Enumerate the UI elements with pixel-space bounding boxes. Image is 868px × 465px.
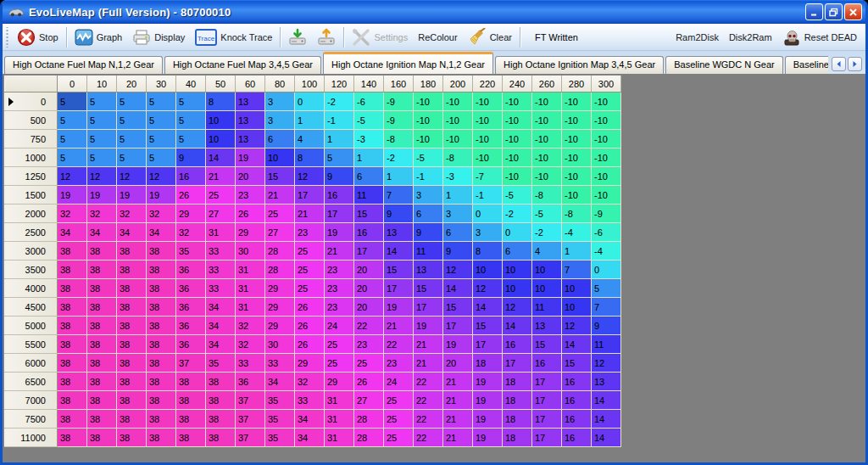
- grid-row-header[interactable]: 1250: [5, 167, 58, 186]
- grid-cell[interactable]: 12: [503, 298, 532, 317]
- grid-cell[interactable]: 33: [236, 354, 265, 373]
- grid-cell[interactable]: 38: [206, 391, 236, 410]
- grid-cell[interactable]: 29: [265, 298, 295, 317]
- grid-cell[interactable]: 32: [147, 204, 176, 223]
- grid-cell[interactable]: -2: [503, 204, 532, 223]
- grid-cell[interactable]: 11: [414, 242, 443, 261]
- grid-cell[interactable]: 31: [325, 410, 354, 429]
- grid-cell[interactable]: 23: [236, 186, 265, 204]
- grid-cell[interactable]: 17: [414, 298, 443, 317]
- grid-col-header[interactable]: 180: [414, 76, 443, 92]
- grid-cell[interactable]: 38: [87, 373, 117, 391]
- grid-cell[interactable]: 38: [147, 391, 176, 410]
- grid-cell[interactable]: 13: [236, 92, 265, 111]
- grid-cell[interactable]: 27: [265, 223, 295, 242]
- grid-cell[interactable]: 38: [147, 317, 176, 335]
- grid-row-header[interactable]: 1000: [5, 148, 58, 167]
- grid-cell[interactable]: 16: [176, 167, 206, 186]
- grid-row-header[interactable]: 2000: [5, 204, 58, 223]
- grid-cell[interactable]: 13: [384, 223, 414, 242]
- grid-cell[interactable]: 33: [206, 261, 236, 279]
- grid-row-header[interactable]: 6500: [5, 373, 58, 391]
- knock-trace-button[interactable]: Trace Knock Trace: [190, 25, 277, 49]
- grid-cell[interactable]: 14: [592, 391, 621, 410]
- maximize-button[interactable]: [825, 3, 843, 20]
- grid-cell[interactable]: -8: [384, 130, 414, 148]
- grid-cell[interactable]: 13: [236, 130, 265, 148]
- tab-0[interactable]: High Octane Fuel Map N,1,2 Gear: [4, 56, 163, 74]
- grid-cell[interactable]: 38: [87, 242, 117, 261]
- grid-row-header[interactable]: 6000: [5, 354, 58, 373]
- grid-cell[interactable]: 16: [325, 186, 354, 204]
- grid-cell[interactable]: 36: [236, 373, 265, 391]
- grid-cell[interactable]: 22: [384, 335, 414, 354]
- grid-cell[interactable]: 38: [206, 410, 236, 429]
- grid-cell[interactable]: 38: [87, 335, 117, 354]
- grid-cell[interactable]: 37: [236, 410, 265, 429]
- grid-cell[interactable]: 25: [384, 391, 414, 410]
- grid-cell[interactable]: 5: [176, 92, 206, 111]
- grid-cell[interactable]: 5: [147, 148, 176, 167]
- grid-cell[interactable]: 19: [414, 317, 443, 335]
- grid-cell[interactable]: 34: [295, 410, 325, 429]
- grid-cell[interactable]: 16: [562, 373, 592, 391]
- grid-cell[interactable]: 9: [325, 167, 354, 186]
- grid-cell[interactable]: 38: [147, 261, 176, 279]
- grid-cell[interactable]: 1: [562, 242, 592, 261]
- grid-cell[interactable]: 25: [384, 410, 414, 429]
- grid-cell[interactable]: 36: [176, 261, 206, 279]
- grid-cell[interactable]: 5: [176, 130, 206, 148]
- grid-cell[interactable]: -5: [414, 148, 443, 167]
- grid-cell[interactable]: 25: [265, 204, 295, 223]
- grid-cell[interactable]: 5: [87, 130, 117, 148]
- grid-cell[interactable]: 16: [503, 335, 532, 354]
- grid-cell[interactable]: 38: [117, 242, 147, 261]
- grid-cell[interactable]: 11: [592, 335, 621, 354]
- grid-cell[interactable]: 16: [562, 391, 592, 410]
- grid-cell[interactable]: -10: [562, 111, 592, 130]
- grid-cell[interactable]: 13: [592, 373, 621, 391]
- grid-cell[interactable]: 29: [265, 279, 295, 298]
- grid-cell[interactable]: 20: [354, 279, 384, 298]
- grid-cell[interactable]: -2: [532, 223, 562, 242]
- grid-cell[interactable]: 37: [176, 354, 206, 373]
- grid-cell[interactable]: -10: [592, 111, 621, 130]
- grid-cell[interactable]: -10: [532, 130, 562, 148]
- grid-cell[interactable]: 5: [117, 111, 147, 130]
- grid-cell[interactable]: 38: [117, 354, 147, 373]
- display-button[interactable]: Display: [127, 25, 190, 49]
- grid-cell[interactable]: -10: [443, 92, 473, 111]
- tab-1[interactable]: High Octane Fuel Map 3,4,5 Gear: [164, 56, 321, 74]
- grid-cell[interactable]: 29: [236, 223, 265, 242]
- grid-cell[interactable]: -10: [562, 148, 592, 167]
- grid-col-header[interactable]: 240: [503, 76, 532, 92]
- grid-cell[interactable]: 19: [147, 186, 176, 204]
- grid-cell[interactable]: 38: [117, 298, 147, 317]
- stop-button[interactable]: Stop: [12, 25, 64, 49]
- grid-cell[interactable]: 5: [117, 92, 147, 111]
- grid-cell[interactable]: 6: [414, 204, 443, 223]
- minimize-button[interactable]: [805, 3, 823, 20]
- grid-cell[interactable]: 5: [176, 111, 206, 130]
- grid-cell[interactable]: 17: [443, 317, 473, 335]
- grid-cell[interactable]: 10: [503, 261, 532, 279]
- grid-cell[interactable]: 21: [443, 429, 473, 447]
- grid-cell[interactable]: 12: [58, 167, 87, 186]
- grid-cell[interactable]: 14: [503, 317, 532, 335]
- grid-cell[interactable]: 9: [592, 317, 621, 335]
- grid-cell[interactable]: 36: [176, 298, 206, 317]
- grid-cell[interactable]: 38: [117, 317, 147, 335]
- grid-cell[interactable]: 12: [443, 261, 473, 279]
- grid-cell[interactable]: 19: [58, 186, 87, 204]
- grid-cell[interactable]: 38: [58, 279, 87, 298]
- grid-cell[interactable]: 38: [87, 317, 117, 335]
- grid-cell[interactable]: 7: [562, 261, 592, 279]
- grid-cell[interactable]: 10: [206, 130, 236, 148]
- grid-cell[interactable]: 38: [58, 298, 87, 317]
- settings-button[interactable]: Settings: [347, 25, 413, 49]
- grid-cell[interactable]: -9: [384, 92, 414, 111]
- grid-cell[interactable]: 22: [354, 317, 384, 335]
- grid-cell[interactable]: 31: [325, 429, 354, 447]
- grid-col-header[interactable]: 140: [354, 76, 384, 92]
- grid-cell[interactable]: 10: [532, 279, 562, 298]
